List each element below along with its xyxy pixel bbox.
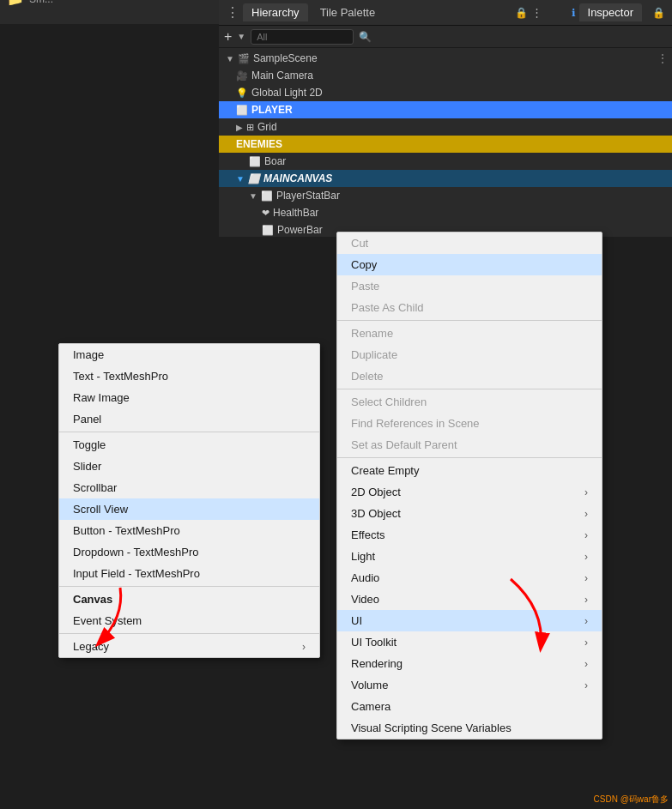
cm-camera[interactable]: Camera bbox=[337, 696, 602, 717]
cm-event-system[interactable]: Event System bbox=[59, 610, 319, 631]
arrow-icon-audio: › bbox=[584, 572, 588, 584]
arrow-icon-2d: › bbox=[584, 486, 588, 498]
arrow-icon-effects: › bbox=[584, 529, 588, 541]
arrow-icon-ui: › bbox=[584, 615, 588, 627]
cm-scrollbar[interactable]: Scrollbar bbox=[59, 477, 319, 498]
cm-cut[interactable]: Cut bbox=[337, 232, 602, 254]
context-menu-left: Image Text - TextMeshPro Raw Image Panel… bbox=[58, 343, 320, 658]
dots-icon-2: ⋮ bbox=[531, 6, 542, 19]
cm-input-field-textmeshpro[interactable]: Input Field - TextMeshPro bbox=[59, 563, 319, 584]
arrow-icon-legacy: › bbox=[302, 641, 306, 653]
hierarchy-toolbar: + ▼ 🔍 bbox=[219, 26, 672, 48]
tab-tile-palette[interactable]: Tile Palette bbox=[312, 3, 384, 21]
hierarchy-item-grid[interactable]: ▶ ⊞ Grid bbox=[219, 118, 672, 136]
lock-icon-2[interactable]: 🔒 bbox=[652, 7, 665, 19]
hierarchy-item-player[interactable]: ⬜ PLAYER bbox=[219, 101, 672, 118]
cm-sep-2 bbox=[337, 389, 602, 389]
hierarchy-item-boar[interactable]: ⬜ Boar bbox=[219, 153, 672, 170]
cm-left-sep-1 bbox=[59, 432, 319, 432]
folder-label: Sm... bbox=[29, 0, 53, 5]
cm-left-sep-3 bbox=[59, 633, 319, 634]
hierarchy-item-main-camera[interactable]: 🎥 Main Camera bbox=[219, 67, 672, 84]
cm-canvas[interactable]: Canvas bbox=[59, 589, 319, 610]
search-icon: 🔍 bbox=[359, 31, 372, 43]
cm-video[interactable]: Video› bbox=[337, 589, 602, 610]
cm-sep-1 bbox=[337, 320, 602, 321]
hierarchy-item-maincanvas[interactable]: ▼ ⬜ MAINCANVAS bbox=[219, 170, 672, 187]
cm-find-refs[interactable]: Find References in Scene bbox=[337, 413, 602, 434]
scene-options-icon[interactable]: ⋮ bbox=[657, 51, 669, 65]
cm-image[interactable]: Image bbox=[59, 344, 319, 365]
arrow-icon-3d: › bbox=[584, 508, 588, 520]
cm-sep-3 bbox=[337, 457, 602, 458]
cm-toggle[interactable]: Toggle bbox=[59, 434, 319, 456]
hierarchy-scene-root[interactable]: ▼ 🎬 SampleScene ⋮ bbox=[219, 50, 672, 67]
cm-paste-as-child[interactable]: Paste As Child bbox=[337, 297, 602, 318]
dots-icon: ⋮ bbox=[226, 4, 239, 21]
panel-tabs-bar: ⋮ Hierarchy Tile Palette 🔒 ⋮ ℹ Inspector… bbox=[219, 0, 672, 26]
cm-scroll-view[interactable]: Scroll View bbox=[59, 498, 319, 520]
cm-light[interactable]: Light› bbox=[337, 546, 602, 567]
cm-set-default-parent[interactable]: Set as Default Parent bbox=[337, 434, 602, 456]
plus-arrow: ▼ bbox=[237, 32, 245, 41]
hierarchy-list: ▼ 🎬 SampleScene ⋮ 🎥 Main Camera 💡 Global… bbox=[219, 48, 672, 237]
tab-inspector[interactable]: Inspector bbox=[579, 3, 642, 21]
cm-select-children[interactable]: Select Children bbox=[337, 391, 602, 413]
scene-view: 🔊 ▦ Stats Gizmos ▼ ✋ ✛ ↻ ⊞ ▭ ⊕ 📁 Sm... bbox=[0, 0, 219, 24]
hierarchy-item-healthbar[interactable]: ❤ HealthBar bbox=[219, 204, 672, 221]
folder-icon: 📁 bbox=[7, 0, 24, 7]
cm-2d-object[interactable]: 2D Object› bbox=[337, 481, 602, 503]
lock-icon[interactable]: 🔒 bbox=[515, 7, 528, 19]
cm-text-textmeshpro[interactable]: Text - TextMeshPro bbox=[59, 365, 319, 387]
cm-raw-image[interactable]: Raw Image bbox=[59, 387, 319, 408]
info-icon: ℹ bbox=[572, 7, 576, 19]
arrow-icon-rendering: › bbox=[584, 658, 588, 670]
search-input[interactable] bbox=[251, 29, 354, 45]
arrow-icon-volume: › bbox=[584, 679, 588, 691]
arrow-icon-video: › bbox=[584, 594, 588, 606]
cm-audio[interactable]: Audio› bbox=[337, 567, 602, 589]
cm-paste[interactable]: Paste bbox=[337, 275, 602, 297]
cm-volume[interactable]: Volume› bbox=[337, 674, 602, 696]
hierarchy-item-global-light[interactable]: 💡 Global Light 2D bbox=[219, 84, 672, 101]
tab-hierarchy[interactable]: Hierarchy bbox=[243, 3, 308, 21]
cm-ui-toolkit[interactable]: UI Toolkit› bbox=[337, 631, 602, 653]
create-button[interactable]: + bbox=[224, 29, 232, 45]
cm-dropdown-textmeshpro[interactable]: Dropdown - TextMeshPro bbox=[59, 541, 319, 563]
cm-panel[interactable]: Panel bbox=[59, 408, 319, 430]
hierarchy-item-playerstatbar[interactable]: ▼ ⬜ PlayerStatBar bbox=[219, 187, 672, 204]
cm-button-textmeshpro[interactable]: Button - TextMeshPro bbox=[59, 520, 319, 541]
cm-visual-scripting[interactable]: Visual Scripting Scene Variables bbox=[337, 717, 602, 739]
cm-copy[interactable]: Copy bbox=[337, 254, 602, 275]
cm-duplicate[interactable]: Duplicate bbox=[337, 344, 602, 365]
context-menu-right: Cut Copy Paste Paste As Child Rename Dup… bbox=[336, 232, 602, 740]
cm-slider[interactable]: Slider bbox=[59, 456, 319, 477]
cm-delete[interactable]: Delete bbox=[337, 365, 602, 387]
hierarchy-item-enemies[interactable]: ENEMIES bbox=[219, 136, 672, 153]
cm-rename[interactable]: Rename bbox=[337, 323, 602, 344]
cm-legacy[interactable]: Legacy› bbox=[59, 636, 319, 657]
watermark: CSDN @码war鲁多 bbox=[594, 794, 669, 806]
cm-rendering[interactable]: Rendering› bbox=[337, 653, 602, 674]
cm-effects[interactable]: Effects› bbox=[337, 524, 602, 546]
cm-3d-object[interactable]: 3D Object› bbox=[337, 503, 602, 524]
arrow-icon-ui-toolkit: › bbox=[584, 637, 588, 649]
cm-left-sep-2 bbox=[59, 586, 319, 587]
cm-ui[interactable]: UI› bbox=[337, 610, 602, 631]
cm-create-empty[interactable]: Create Empty bbox=[337, 460, 602, 481]
arrow-icon-light: › bbox=[584, 551, 588, 563]
bottom-file-panel: 📁 Sm... bbox=[0, 0, 219, 24]
